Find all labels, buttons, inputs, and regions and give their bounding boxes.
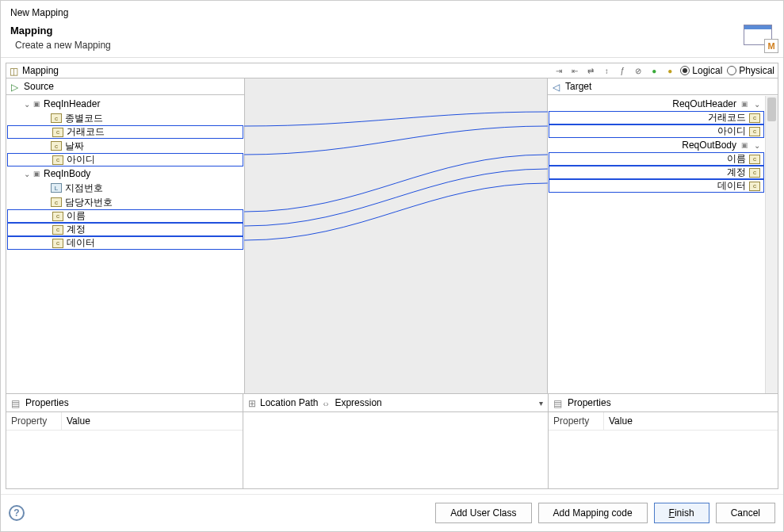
- tool-reorder-icon[interactable]: ↕: [601, 65, 612, 76]
- mapping-title: Mapping: [22, 65, 553, 76]
- properties-header-row: Property Value: [6, 412, 243, 431]
- target-field[interactable]: 아이디c: [549, 124, 764, 138]
- target-field[interactable]: 이름c: [549, 152, 764, 166]
- wizard-description: Create a new Mapping: [15, 40, 774, 51]
- wizard-banner-icon: M: [744, 25, 775, 50]
- tool-link-b-icon[interactable]: ⇤: [569, 65, 580, 76]
- source-group-reqinheader[interactable]: ⌄ ▣ ReqInHeader: [6, 97, 244, 111]
- col-value: Value: [62, 412, 95, 430]
- wizard-header: New Mapping Mapping Create a new Mapping…: [1, 1, 783, 58]
- target-tree[interactable]: ReqOutHeader ▣ ⌄ 거래코드c 아이디c ReqOutBody ▣…: [548, 95, 778, 194]
- tree-label: 이름: [67, 209, 86, 223]
- mapping-icon: [10, 66, 19, 75]
- add-user-class-button[interactable]: Add User Class: [435, 503, 531, 523]
- tree-label: ReqInBody: [44, 168, 90, 179]
- right-properties-panel: Properties Property Value: [548, 393, 778, 489]
- properties-icon: [553, 398, 563, 408]
- wizard-heading: Mapping: [10, 25, 774, 36]
- source-field[interactable]: c거래코드: [7, 125, 243, 139]
- tree-label: ReqOutBody: [682, 140, 736, 151]
- tree-label: 아이디: [717, 124, 746, 138]
- tree-label: 거래코드: [708, 111, 746, 124]
- source-group-reqinbody[interactable]: ⌄ ▣ ReqInBody: [6, 166, 244, 181]
- window-title: New Mapping: [10, 7, 774, 18]
- col-value: Value: [604, 412, 637, 430]
- target-field[interactable]: 계정c: [549, 166, 764, 179]
- tool-swap-icon[interactable]: ⇄: [585, 65, 596, 76]
- add-mapping-code-button[interactable]: Add Mapping code: [538, 503, 648, 523]
- source-header: Source: [6, 78, 244, 95]
- wizard-footer: ? Add User Class Add Mapping code Finish…: [1, 494, 783, 531]
- expression-icon: [323, 398, 332, 408]
- target-field[interactable]: 데이터c: [549, 179, 764, 193]
- tree-label: 데이터: [67, 236, 95, 250]
- tree-label: ReqOutHeader: [672, 98, 736, 109]
- tool-clear-icon[interactable]: ⊘: [633, 65, 644, 76]
- target-column: Target ReqOutHeader ▣ ⌄ 거래코드c 아이디c ReqOu…: [548, 78, 778, 393]
- source-field[interactable]: c데이터: [7, 236, 243, 250]
- middle-panel: Location Path Expression ▾: [243, 393, 549, 489]
- mapping-body: Source ⌄ ▣ ReqInHeader c종별코드 c거래코드 c날짜 c…: [6, 78, 778, 394]
- tree-label: 계정: [67, 223, 86, 236]
- tool-fx-icon[interactable]: ƒ: [617, 65, 628, 76]
- chevron-down-icon[interactable]: ⌄: [22, 170, 32, 178]
- source-field[interactable]: c담당자번호: [6, 195, 244, 209]
- panel-menu-dropdown-icon[interactable]: ▾: [539, 399, 543, 408]
- lower-panels: Properties Property Value Location Path …: [6, 394, 778, 489]
- radio-physical[interactable]: Physical: [727, 65, 774, 76]
- target-field[interactable]: 거래코드c: [549, 111, 764, 124]
- left-properties-panel: Properties Property Value: [6, 393, 243, 489]
- properties-header-row: Property Value: [549, 412, 778, 431]
- tree-label: 담당자번호: [65, 196, 113, 209]
- tab-location-path[interactable]: Location Path: [248, 397, 318, 408]
- source-field[interactable]: c날짜: [6, 139, 244, 153]
- tree-label: 지점번호: [65, 182, 103, 195]
- group-icon: ▣: [32, 169, 41, 178]
- col-property: Property: [549, 412, 604, 430]
- panel-title: Properties: [25, 397, 69, 408]
- chevron-down-icon[interactable]: ⌄: [22, 100, 32, 109]
- source-tree[interactable]: ⌄ ▣ ReqInHeader c종별코드 c거래코드 c날짜 c아이디 ⌄ ▣…: [6, 95, 244, 251]
- mapping-toolbar: Mapping ⇥ ⇤ ⇄ ↕ ƒ ⊘ ● ● Logical Physical: [6, 63, 778, 78]
- help-icon[interactable]: ?: [9, 505, 25, 521]
- tab-expression[interactable]: Expression: [323, 397, 381, 408]
- tree-label: 계정: [727, 166, 746, 179]
- properties-icon: [11, 398, 21, 408]
- col-property: Property: [6, 412, 62, 430]
- tree-label: 아이디: [67, 153, 95, 166]
- source-field[interactable]: c종별코드: [6, 111, 244, 125]
- source-field[interactable]: c계정: [7, 223, 243, 236]
- target-scrollbar[interactable]: [765, 96, 778, 393]
- tree-label: ReqInHeader: [44, 98, 100, 109]
- target-header: Target: [548, 78, 778, 95]
- target-group-reqoutheader[interactable]: ReqOutHeader ▣ ⌄: [548, 97, 765, 111]
- group-icon: ▣: [32, 99, 41, 109]
- chevron-down-icon[interactable]: ⌄: [752, 141, 762, 150]
- tree-label: 거래코드: [67, 125, 105, 139]
- cancel-button[interactable]: Cancel: [716, 503, 775, 523]
- tree-label: 데이터: [717, 179, 746, 193]
- chevron-down-icon[interactable]: ⌄: [752, 100, 762, 109]
- radio-logical[interactable]: Logical: [680, 65, 722, 76]
- finish-button[interactable]: Finish: [654, 503, 709, 523]
- tree-label: 이름: [727, 152, 746, 166]
- location-path-icon: [248, 398, 258, 408]
- panel-title: Properties: [568, 397, 611, 408]
- source-field[interactable]: c이름: [7, 209, 243, 223]
- source-field[interactable]: L지점번호: [6, 181, 244, 195]
- target-icon: [553, 82, 562, 91]
- source-field[interactable]: c아이디: [7, 153, 243, 166]
- tree-label: 종별코드: [65, 112, 103, 125]
- source-icon: [11, 82, 21, 91]
- tool-link-a-icon[interactable]: ⇥: [553, 65, 564, 76]
- connection-canvas[interactable]: [244, 78, 548, 393]
- group-icon: ▣: [740, 140, 749, 150]
- group-icon: ▣: [740, 99, 749, 109]
- mapping-tool-icons: ⇥ ⇤ ⇄ ↕ ƒ ⊘ ● ●: [553, 65, 675, 76]
- source-column: Source ⌄ ▣ ReqInHeader c종별코드 c거래코드 c날짜 c…: [6, 78, 244, 393]
- tree-label: 날짜: [65, 140, 84, 153]
- tool-status-warn-icon[interactable]: ●: [664, 65, 675, 76]
- tool-status-ok-icon[interactable]: ●: [648, 65, 660, 76]
- target-group-reqoutbody[interactable]: ReqOutBody ▣ ⌄: [548, 138, 765, 152]
